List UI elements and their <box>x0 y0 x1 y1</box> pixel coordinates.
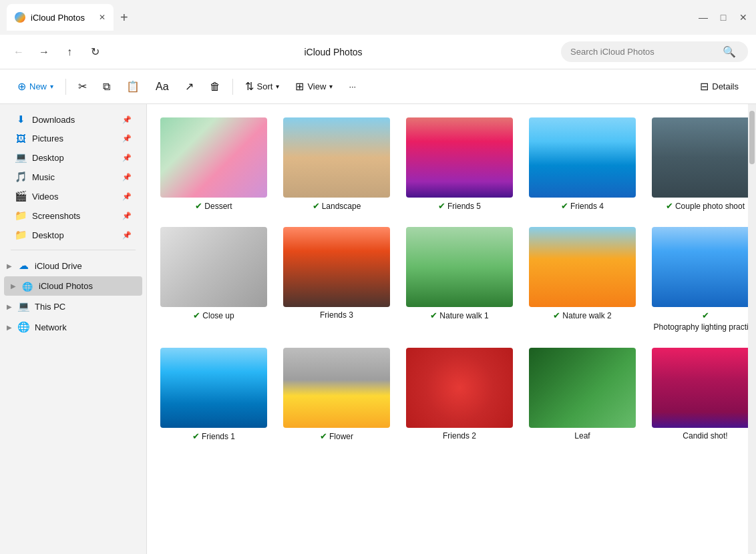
icloud-drive-chevron-icon: ▶ <box>7 262 12 270</box>
close-button[interactable]: ✕ <box>737 11 749 23</box>
photo-name-naturewalk1: Nature walk 1 <box>439 311 488 320</box>
sidebar-item-screenshots[interactable]: 📁 Screenshots 📌 <box>4 206 142 225</box>
sidebar-item-music[interactable]: 🎵 Music 📌 <box>4 168 142 186</box>
minimize-button[interactable]: — <box>697 11 709 23</box>
sidebar-item-downloads[interactable]: ⬇ Downloads 📌 <box>4 110 142 129</box>
details-icon: ⊟ <box>700 80 709 93</box>
downloads-icon: ⬇ <box>15 113 27 125</box>
sidebar-item-videos[interactable]: 🎬 Videos 📌 <box>4 187 142 206</box>
photo-name-dessert: Dessert <box>204 202 232 211</box>
network-icon: 🌐 <box>17 321 29 333</box>
scrollbar-track[interactable] <box>748 104 756 554</box>
photo-label-friends2: Friends 2 <box>443 431 476 441</box>
refresh-button[interactable]: ↻ <box>84 41 106 63</box>
photo-label-friends3: Friends 3 <box>320 310 353 320</box>
sidebar-item-pictures[interactable]: 🖼 Pictures 📌 <box>4 129 142 148</box>
paste-icon: 📋 <box>126 80 140 93</box>
sidebar-item-desktop2[interactable]: 📁 Desktop 📌 <box>4 226 142 244</box>
tab-close-button[interactable]: ✕ <box>99 13 106 22</box>
photo-thumb-friends4 <box>529 117 636 198</box>
pin-icon-music: 📌 <box>122 173 132 182</box>
delete-button[interactable]: 🗑 <box>203 75 227 99</box>
toolbar-divider-2 <box>232 79 233 95</box>
toolbar: ⊕ New ▾ ✂ ⧉ 📋 Aa ↗ 🗑 ⇅ Sort ▾ ⊞ View ▾ ·… <box>0 69 756 104</box>
photo-item-naturewalk2[interactable]: ✔Nature walk 2 <box>529 227 636 332</box>
back-button[interactable]: ← <box>8 41 29 63</box>
sidebar-label-downloads: Downloads <box>32 115 117 125</box>
photo-item-flower[interactable]: ✔Flower <box>283 348 390 441</box>
this-pc-icon: 💻 <box>17 300 29 312</box>
photo-item-friends3[interactable]: Friends 3 <box>283 227 390 332</box>
photo-item-friends1[interactable]: ✔Friends 1 <box>160 348 267 441</box>
photo-label-flower: ✔Flower <box>320 431 353 441</box>
desktop-icon: 💻 <box>15 152 27 164</box>
sidebar-group-icloud-photos[interactable]: ▶ 🌐 iCloud Photos <box>4 276 142 296</box>
photo-label-candid: Candid shot! <box>683 431 727 441</box>
toolbar-divider-1 <box>65 79 66 95</box>
photo-item-dessert[interactable]: ✔Dessert <box>160 117 267 211</box>
new-chevron-icon: ▾ <box>50 83 53 90</box>
photo-label-naturewalk1: ✔Nature walk 1 <box>430 310 488 320</box>
maximize-button[interactable]: □ <box>717 11 729 23</box>
cut-button[interactable]: ✂ <box>71 75 93 99</box>
check-icon: ✔ <box>702 310 709 320</box>
photo-item-candid[interactable]: Candid shot! <box>652 348 756 441</box>
photo-label-leaf: Leaf <box>574 431 590 441</box>
network-chevron-icon: ▶ <box>7 324 12 331</box>
sidebar-label-screenshots: Screenshots <box>32 211 117 221</box>
share-button[interactable]: ↗ <box>178 75 200 99</box>
new-button[interactable]: ⊕ New ▾ <box>11 75 60 99</box>
content-area: ✔Dessert✔Landscape✔Friends 5✔Friends 4✔C… <box>147 104 756 554</box>
sidebar: ⬇ Downloads 📌 🖼 Pictures 📌 💻 Desktop 📌 🎵… <box>0 104 147 554</box>
view-chevron-icon: ▾ <box>329 83 333 90</box>
up-button[interactable]: ↑ <box>59 41 80 63</box>
location-text: iCloud Photos <box>304 47 362 57</box>
photo-name-flower: Flower <box>329 432 353 441</box>
active-tab[interactable]: iCloud Photos ✕ <box>7 4 114 31</box>
photo-item-naturewalk1[interactable]: ✔Nature walk 1 <box>406 227 513 332</box>
forward-button[interactable]: → <box>33 41 55 63</box>
icloud-photos-icon: 🌐 <box>21 280 33 292</box>
view-button[interactable]: ⊞ View ▾ <box>289 75 339 99</box>
scrollbar-thumb[interactable] <box>749 111 755 164</box>
details-button[interactable]: ⊟ Details <box>693 75 745 99</box>
this-pc-label: This PC <box>35 302 65 312</box>
photo-name-friends5: Friends 5 <box>447 202 481 211</box>
rename-button[interactable]: Aa <box>149 75 176 99</box>
sort-chevron-icon: ▾ <box>276 83 279 90</box>
sort-icon: ⇅ <box>245 80 254 93</box>
sidebar-group-icloud-drive[interactable]: ▶ ☁ iCloud Drive <box>0 256 146 276</box>
photo-item-couple[interactable]: ✔Couple photo shoot <box>652 117 756 211</box>
search-input[interactable] <box>570 47 717 57</box>
check-icon: ✔ <box>561 201 568 211</box>
photo-item-friends5[interactable]: ✔Friends 5 <box>406 117 513 211</box>
sidebar-label-videos: Videos <box>32 192 117 202</box>
more-label: ··· <box>349 81 356 91</box>
photo-thumb-friends1 <box>160 348 267 428</box>
photo-thumb-couple <box>652 117 756 198</box>
paste-button[interactable]: 📋 <box>120 75 146 99</box>
photo-item-leaf[interactable]: Leaf <box>529 348 636 441</box>
cut-icon: ✂ <box>78 80 87 93</box>
network-label: Network <box>35 322 67 332</box>
pin-icon-desktop: 📌 <box>122 154 132 162</box>
sidebar-group-network[interactable]: ▶ 🌐 Network <box>0 317 146 337</box>
check-icon: ✔ <box>193 310 200 320</box>
sidebar-group-this-pc[interactable]: ▶ 💻 This PC <box>0 296 146 316</box>
new-tab-button[interactable]: + <box>114 10 135 25</box>
photo-item-landscape[interactable]: ✔Landscape <box>283 117 390 211</box>
photo-label-friends5: ✔Friends 5 <box>438 201 481 211</box>
search-area[interactable]: 🔍 <box>561 41 748 62</box>
photo-item-friends4[interactable]: ✔Friends 4 <box>529 117 636 211</box>
photo-item-friends2[interactable]: Friends 2 <box>406 348 513 441</box>
more-button[interactable]: ··· <box>342 75 363 99</box>
sidebar-item-desktop[interactable]: 💻 Desktop 📌 <box>4 148 142 167</box>
sort-button[interactable]: ⇅ Sort ▾ <box>238 75 287 99</box>
sidebar-label-desktop2: Desktop <box>32 230 117 240</box>
photo-item-photography[interactable]: ✔Photography lighting practice <box>652 227 756 332</box>
photo-thumb-naturewalk2 <box>529 227 636 307</box>
photo-item-closeup[interactable]: ✔Close up <box>160 227 267 332</box>
photo-thumb-friends5 <box>406 117 513 198</box>
view-icon: ⊞ <box>295 80 304 93</box>
copy-button[interactable]: ⧉ <box>96 75 117 99</box>
